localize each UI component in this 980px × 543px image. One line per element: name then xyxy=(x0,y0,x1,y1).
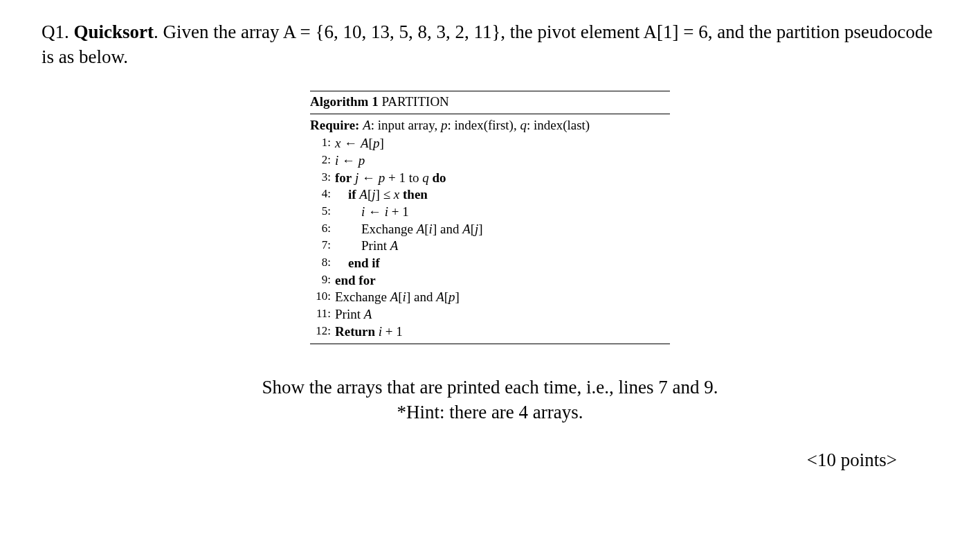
algo-line: 6: Exchange A[i] and A[j] xyxy=(310,221,483,238)
line-number: 3: xyxy=(310,170,335,187)
rule-top xyxy=(310,91,670,91)
line-code: end for xyxy=(335,272,483,290)
algo-line: 5: i ← i + 1 xyxy=(310,204,483,221)
line-code: Print A xyxy=(335,306,483,323)
line-number: 4: xyxy=(310,186,335,204)
algo-line: 12:Return i + 1 xyxy=(310,323,483,341)
points-label: <10 points> xyxy=(42,449,938,471)
line-number: 9: xyxy=(310,272,335,290)
algorithm-title: Algorithm 1 PARTITION xyxy=(310,94,670,112)
algorithm-lines: 1:x ← A[p]2:i ← p3:for j ← p + 1 to q do… xyxy=(310,135,483,340)
question-body-1: . Given the array A = xyxy=(154,21,315,42)
line-code: end if xyxy=(335,255,483,272)
line-number: 6: xyxy=(310,221,335,238)
algorithm-require: Require: A: input array, p: index(first)… xyxy=(310,117,670,136)
algo-line: 2:i ← p xyxy=(310,152,483,170)
algo-line: 9:end for xyxy=(310,272,483,290)
subtask-line1: Show the arrays that are printed each ti… xyxy=(42,375,938,400)
question-statement: Q1. Quicksort. Given the array A = {6, 1… xyxy=(42,19,938,70)
question-number: Q1. xyxy=(42,21,69,42)
page: Q1. Quicksort. Given the array A = {6, 1… xyxy=(0,0,980,471)
line-number: 12: xyxy=(310,323,335,341)
line-number: 7: xyxy=(310,238,335,255)
line-number: 10: xyxy=(310,289,335,306)
algorithm-name: PARTITION xyxy=(381,94,448,109)
algo-line: 7: Print A xyxy=(310,238,483,255)
algo-line: 4: if A[j] ≤ x then xyxy=(310,186,483,204)
line-number: 5: xyxy=(310,204,335,221)
algo-line: 1:x ← A[p] xyxy=(310,135,483,152)
line-code: for j ← p + 1 to q do xyxy=(335,170,483,187)
algorithm-label: Algorithm 1 xyxy=(310,94,379,109)
rule-mid xyxy=(310,114,670,114)
line-code: x ← A[p] xyxy=(335,135,483,152)
line-number: 2: xyxy=(310,152,335,170)
line-code: Exchange A[i] and A[j] xyxy=(335,221,483,238)
line-code: i ← i + 1 xyxy=(335,204,483,221)
algo-line: 8: end if xyxy=(310,255,483,272)
algorithm-box: Algorithm 1 PARTITION Require: A: input … xyxy=(310,91,670,344)
subtask-line2: *Hint: there are 4 arrays. xyxy=(42,400,938,425)
algo-line: 10:Exchange A[i] and A[p] xyxy=(310,289,483,306)
line-code: if A[j] ≤ x then xyxy=(335,186,483,204)
line-code: i ← p xyxy=(335,152,483,170)
line-number: 8: xyxy=(310,255,335,272)
require-body: A: input array, p: index(first), q: inde… xyxy=(359,118,590,132)
line-code: Return i + 1 xyxy=(335,323,483,341)
line-number: 11: xyxy=(310,306,335,323)
line-number: 1: xyxy=(310,135,335,152)
line-code: Exchange A[i] and A[p] xyxy=(335,289,483,306)
line-code: Print A xyxy=(335,238,483,255)
question-title: Quicksort xyxy=(74,21,154,42)
sub-task: Show the arrays that are printed each ti… xyxy=(42,375,938,425)
require-label: Require: xyxy=(310,118,359,132)
algo-line: 3:for j ← p + 1 to q do xyxy=(310,170,483,187)
question-array: {6, 10, 13, 5, 8, 3, 2, 11} xyxy=(315,21,500,42)
algo-line: 11:Print A xyxy=(310,306,483,323)
rule-bottom xyxy=(310,344,670,344)
